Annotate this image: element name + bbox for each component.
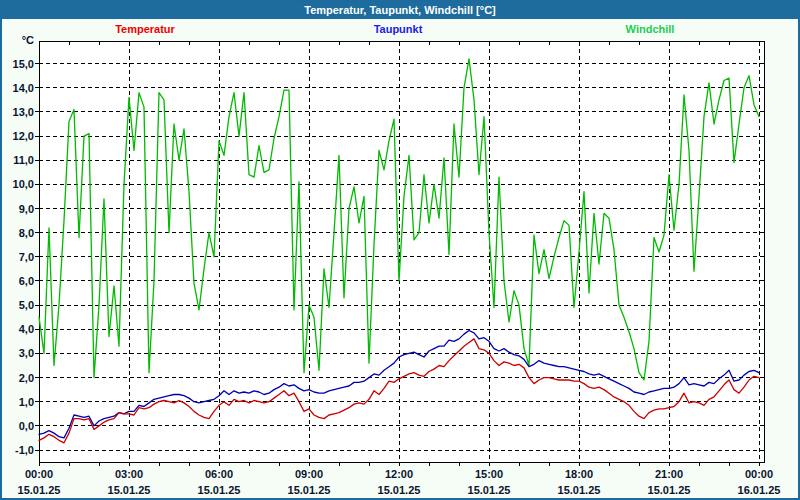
y-tick-label: 1,0	[19, 396, 34, 408]
y-tick-label: 2,0	[19, 372, 34, 384]
x-tick-time-label: 12:00	[385, 468, 413, 480]
x-tick-date-label: 15.01.25	[378, 484, 421, 496]
y-tick-label: 15,0	[13, 58, 34, 70]
chart-canvas: 15,014,013,012,011,010,09,08,07,06,05,04…	[2, 2, 798, 498]
x-tick-date-label: 15.01.25	[288, 484, 331, 496]
y-tick-label: 8,0	[19, 227, 34, 239]
x-tick-time-label: 00:00	[745, 468, 773, 480]
y-tick-label: 13,0	[13, 106, 34, 118]
y-tick-label: 6,0	[19, 275, 34, 287]
x-tick-time-label: 09:00	[295, 468, 323, 480]
y-tick-label: 10,0	[13, 178, 34, 190]
x-tick-time-label: 21:00	[655, 468, 683, 480]
x-tick-time-label: 06:00	[205, 468, 233, 480]
x-tick-time-label: 03:00	[115, 468, 143, 480]
x-tick-date-label: 16.01.25	[738, 484, 781, 496]
plot-background	[39, 42, 764, 463]
x-tick-date-label: 15.01.25	[198, 484, 241, 496]
x-tick-date-label: 15.01.25	[648, 484, 691, 496]
y-tick-label: -1,0	[15, 444, 34, 456]
x-tick-time-label: 18:00	[565, 468, 593, 480]
x-tick-date-label: 15.01.25	[558, 484, 601, 496]
y-tick-label: 0,0	[19, 420, 34, 432]
x-tick-date-label: 15.01.25	[108, 484, 151, 496]
y-tick-label: 7,0	[19, 251, 34, 263]
y-tick-label: 12,0	[13, 130, 34, 142]
y-tick-label: 5,0	[19, 299, 34, 311]
x-tick-time-label: 00:00	[25, 468, 53, 480]
chart-window: Temperatur, Taupunkt, Windchill [°C] Tem…	[0, 0, 800, 500]
x-tick-date-label: 15.01.25	[18, 484, 61, 496]
y-tick-label: 4,0	[19, 323, 34, 335]
y-tick-label: 9,0	[19, 203, 34, 215]
y-tick-label: 11,0	[13, 154, 34, 166]
y-tick-label: 3,0	[19, 347, 34, 359]
y-tick-label: 14,0	[13, 82, 34, 94]
x-tick-date-label: 15.01.25	[468, 484, 511, 496]
x-tick-time-label: 15:00	[475, 468, 503, 480]
